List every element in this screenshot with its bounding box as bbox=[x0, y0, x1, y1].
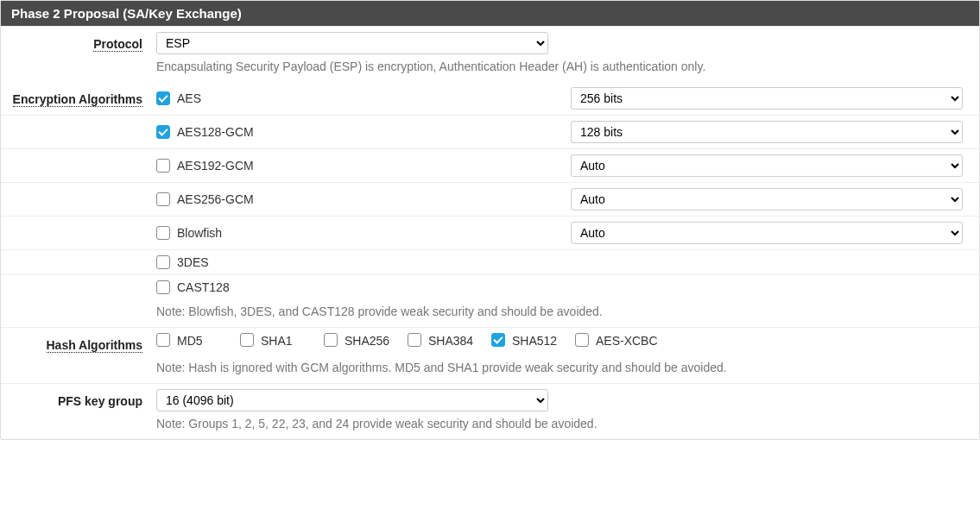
encryption-checkbox[interactable] bbox=[156, 192, 170, 206]
hash-checkbox[interactable] bbox=[408, 333, 421, 347]
protocol-label: Protocol bbox=[1, 32, 156, 51]
encryption-label bbox=[1, 154, 156, 160]
hash-label: Hash Algorithms bbox=[1, 333, 156, 352]
encryption-alg-label: AES192-GCM bbox=[177, 159, 254, 173]
hash-item: AES-XCBC bbox=[575, 333, 659, 349]
encryption-label bbox=[1, 255, 156, 261]
encryption-row: AES256-GCMAuto bbox=[1, 182, 979, 216]
hash-alg-label: AES-XCBC bbox=[596, 333, 658, 349]
hash-alg-label: SHA256 bbox=[345, 333, 389, 349]
hash-item: SHA256 bbox=[324, 333, 408, 349]
hash-row: Hash Algorithms MD5SHA1SHA256SHA384SHA51… bbox=[1, 327, 979, 383]
encryption-label: Encryption Algorithms bbox=[1, 87, 156, 106]
encryption-checkbox[interactable] bbox=[156, 159, 170, 173]
encryption-row: 3DES bbox=[1, 249, 979, 274]
encryption-keysize-select[interactable]: Auto bbox=[571, 154, 963, 177]
protocol-row: Protocol ESP Encapsulating Security Payl… bbox=[1, 26, 979, 82]
hash-item: SHA384 bbox=[408, 333, 491, 349]
encryption-alg-label: AES256-GCM bbox=[177, 192, 254, 206]
encryption-checkbox[interactable] bbox=[156, 226, 170, 240]
hash-checkbox[interactable] bbox=[240, 333, 254, 347]
encryption-row: AES128-GCM128 bits bbox=[1, 115, 979, 148]
protocol-select[interactable]: ESP bbox=[156, 32, 548, 54]
encryption-checkbox[interactable] bbox=[156, 91, 170, 105]
encryption-keysize-select[interactable]: Auto bbox=[571, 222, 963, 244]
encryption-keysize-select[interactable]: 256 bits bbox=[571, 87, 963, 110]
hash-item: SHA512 bbox=[491, 333, 575, 349]
encryption-row: Encryption AlgorithmsAES256 bits bbox=[1, 82, 979, 115]
hash-alg-label: SHA1 bbox=[261, 333, 293, 349]
hash-list: MD5SHA1SHA256SHA384SHA512AES-XCBC bbox=[156, 333, 971, 349]
encryption-keysize-select[interactable]: Auto bbox=[571, 188, 963, 210]
hash-alg-label: SHA384 bbox=[428, 333, 473, 349]
hash-checkbox[interactable] bbox=[575, 333, 589, 347]
encryption-label bbox=[1, 121, 156, 126]
hash-checkbox[interactable] bbox=[324, 333, 338, 347]
encryption-checkbox[interactable] bbox=[156, 255, 170, 269]
hash-checkbox[interactable] bbox=[491, 333, 505, 347]
protocol-help: Encapsulating Security Payload (ESP) is … bbox=[156, 60, 971, 73]
phase2-panel: Phase 2 Proposal (SA/Key Exchange) Proto… bbox=[0, 0, 980, 440]
encryption-row: CAST128Note: Blowfish, 3DES, and CAST128… bbox=[1, 274, 979, 327]
pfs-select[interactable]: 16 (4096 bit) bbox=[156, 389, 548, 411]
encryption-label bbox=[1, 280, 156, 286]
encryption-alg-label: Blowfish bbox=[177, 226, 222, 240]
encryption-checkbox[interactable] bbox=[156, 280, 170, 294]
hash-item: SHA1 bbox=[240, 333, 324, 349]
encryption-alg-label: AES bbox=[177, 91, 201, 105]
pfs-note: Note: Groups 1, 2, 5, 22, 23, and 24 pro… bbox=[156, 417, 971, 430]
encryption-checkbox[interactable] bbox=[156, 125, 170, 139]
hash-checkbox[interactable] bbox=[156, 333, 170, 347]
encryption-alg-label: 3DES bbox=[177, 255, 209, 269]
encryption-alg-label: CAST128 bbox=[177, 280, 230, 294]
encryption-row: BlowfishAuto bbox=[1, 216, 979, 249]
hash-alg-label: MD5 bbox=[177, 333, 203, 349]
encryption-label bbox=[1, 188, 156, 193]
encryption-label bbox=[1, 222, 156, 227]
encryption-row: AES192-GCMAuto bbox=[1, 148, 979, 182]
hash-note: Note: Hash is ignored with GCM algorithm… bbox=[156, 361, 971, 374]
pfs-row: PFS key group 16 (4096 bit) Note: Groups… bbox=[1, 383, 979, 439]
encryption-note: Note: Blowfish, 3DES, and CAST128 provid… bbox=[156, 305, 971, 318]
encryption-alg-label: AES128-GCM bbox=[177, 125, 254, 139]
hash-alg-label: SHA512 bbox=[512, 333, 557, 349]
panel-title: Phase 2 Proposal (SA/Key Exchange) bbox=[1, 1, 979, 26]
hash-item: MD5 bbox=[156, 333, 240, 349]
pfs-label: PFS key group bbox=[1, 389, 156, 408]
encryption-keysize-select[interactable]: 128 bits bbox=[571, 121, 963, 143]
